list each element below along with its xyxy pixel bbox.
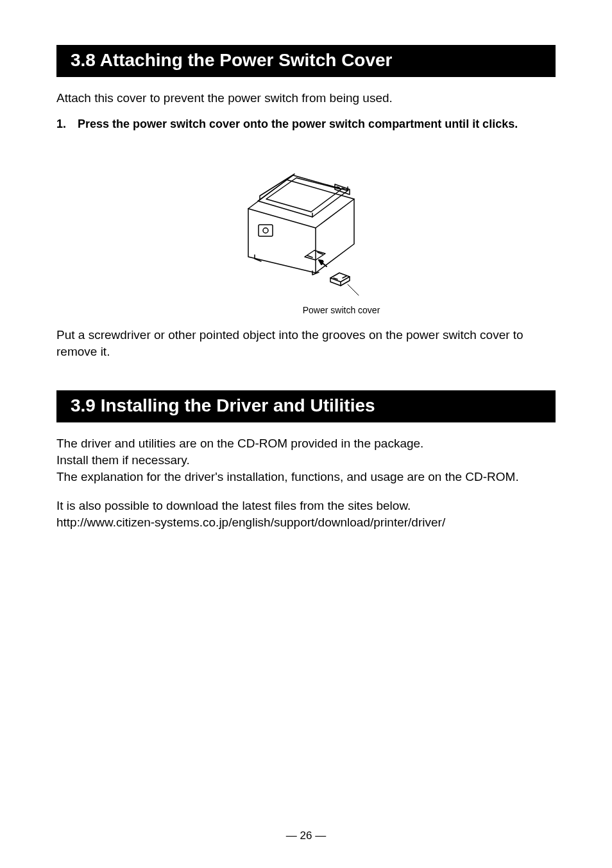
page-number: — 26 — (0, 829, 612, 842)
step-text: Press the power switch cover onto the po… (78, 117, 518, 132)
figure-caption: Power switch cover (127, 305, 556, 315)
section39-download-block: It is also possible to download the late… (56, 498, 556, 530)
section39-para-group1: The driver and utilities are on the CD-R… (56, 435, 556, 468)
section39-para1: The driver and utilities are on the CD-R… (56, 437, 423, 450)
step-number: 1. (56, 117, 66, 132)
section39-para4: It is also possible to download the late… (56, 499, 411, 512)
section39-para2: Install them if necessary. (56, 453, 190, 467)
section38-step1: 1. Press the power switch cover onto the… (56, 117, 556, 132)
section-heading-39: 3.9 Installing the Driver and Utilities (56, 390, 556, 422)
section38-intro: Attach this cover to prevent the power s… (56, 90, 556, 107)
printer-illustration (210, 144, 402, 305)
section-heading-38: 3.8 Attaching the Power Switch Cover (56, 45, 556, 77)
section38-removal-text: Put a screwdriver or other pointed objec… (56, 327, 556, 360)
section39-para3: The explanation for the driver's install… (56, 469, 556, 485)
printer-figure: Power switch cover (56, 144, 556, 315)
section39-url: http://www.citizen-systems.co.jp/english… (56, 516, 445, 529)
svg-point-1 (263, 228, 268, 233)
svg-rect-0 (259, 225, 273, 236)
